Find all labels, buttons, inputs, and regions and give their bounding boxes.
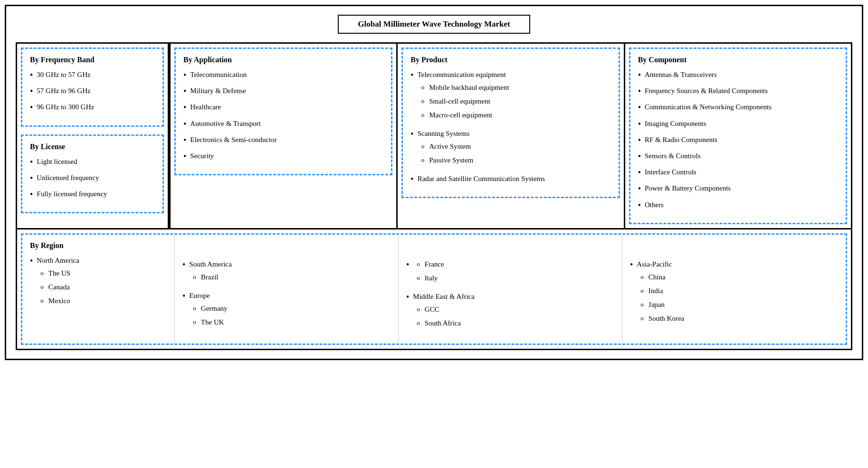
panel-license: By License Light licensed Unlicensed fre… (21, 134, 164, 214)
bottom-section: By Region North America The US Canada Me… (16, 229, 852, 350)
region-col2: South America Brazil Europe Germany The … (174, 235, 398, 344)
sub-list-item: The UK (193, 317, 227, 327)
region-title: By Region (30, 241, 167, 250)
region-col4: Asia-Pacific China India Japan South Kor… (622, 235, 846, 344)
sub-list-item: The US (40, 268, 79, 278)
sub-list-item: Italy (417, 273, 444, 283)
list-item: Telecommunication (183, 70, 383, 81)
list-item: Security (183, 151, 383, 162)
title-bar: Global Millimeter Wave Technology Market (16, 15, 852, 34)
license-title: By License (30, 143, 155, 151)
frequency-band-title: By Frequency Band (30, 56, 155, 64)
sub-list-item: Small-cell equipment (421, 96, 509, 106)
col-application: By Application Telecommunication Militar… (169, 44, 396, 228)
list-item: Radar and Satellite Communication System… (410, 174, 610, 185)
list-item: RF & Radio Components (638, 135, 838, 146)
list-item: 30 GHz to 57 GHz (30, 70, 155, 81)
list-item: France Italy (406, 259, 614, 287)
sub-list-item: Mobile backhaul equipment (421, 83, 509, 93)
panel-product: By Product Telecommunication equipment M… (401, 48, 620, 198)
list-item: Military & Defense (183, 86, 383, 97)
region-col1: By Region North America The US Canada Me… (22, 235, 174, 344)
list-item: Healthcare (183, 102, 383, 114)
panel-component: By Component Antennas & Transceivers Fre… (629, 48, 847, 224)
col-component: By Component Antennas & Transceivers Fre… (624, 44, 851, 228)
sub-list-item: Mexico (40, 296, 79, 306)
sub-list-item: Passive System (421, 155, 473, 165)
application-title: By Application (183, 56, 383, 64)
list-item: Electronics & Semi-conductor (183, 135, 383, 146)
frequency-band-list: 30 GHz to 57 GHz 57 GHz to 96 GHz 96 GHz… (30, 70, 155, 114)
license-list: Light licensed Unlicensed frequency Full… (30, 157, 155, 201)
sub-list-item: Macro-cell equipment (421, 110, 509, 120)
list-item: Antennas & Transceivers (638, 70, 838, 81)
region-south-europe: South America Brazil Europe Germany The … (182, 259, 391, 331)
list-item: Sensors & Controls (638, 151, 838, 162)
list-item: Asia-Pacific China India Japan South Kor… (630, 259, 838, 327)
list-item: 96 GHz to 300 GHz (30, 102, 155, 114)
sub-list-item: Canada (40, 282, 79, 292)
application-list: Telecommunication Military & Defense Hea… (183, 70, 383, 162)
sub-list-item: South Korea (640, 314, 684, 324)
list-item: Imaging Components (638, 119, 838, 130)
sub-list-item: Germany (193, 304, 227, 314)
region-asia-pacific: Asia-Pacific China India Japan South Kor… (630, 259, 838, 327)
sub-list-item: France (417, 259, 444, 269)
product-list: Telecommunication equipment Mobile backh… (410, 70, 610, 185)
col-product: By Product Telecommunication equipment M… (396, 44, 623, 228)
list-item: Others (638, 200, 838, 211)
top-section: By Frequency Band 30 GHz to 57 GHz 57 GH… (16, 42, 852, 229)
col-frequency-license: By Frequency Band 30 GHz to 57 GHz 57 GH… (17, 44, 169, 228)
list-item: Communication & Networking Components (638, 102, 838, 114)
list-item: Power & Battery Components (638, 183, 838, 195)
main-title: Global Millimeter Wave Technology Market (338, 15, 530, 34)
list-item: South America Brazil (182, 259, 391, 286)
list-item: North America The US Canada Mexico (30, 256, 167, 310)
sub-list-item: South Africa (417, 318, 475, 328)
list-item: Frequency Sources & Related Components (638, 86, 838, 97)
component-list: Antennas & Transceivers Frequency Source… (638, 70, 838, 211)
sub-list-item: China (640, 272, 684, 282)
list-item: Telecommunication equipment Mobile backh… (410, 70, 610, 124)
sub-list-item: Brazil (193, 272, 232, 282)
region-col3: France Italy Middle East & Africa GCC So… (398, 235, 622, 344)
list-item: Unlicensed frequency (30, 173, 155, 184)
region-europe-mea: France Italy Middle East & Africa GCC So… (406, 259, 614, 332)
list-item: Light licensed (30, 157, 155, 168)
component-title: By Component (638, 56, 838, 64)
panel-frequency-band: By Frequency Band 30 GHz to 57 GHz 57 GH… (21, 48, 164, 127)
outer-wrapper: Global Millimeter Wave Technology Market… (5, 5, 863, 360)
list-item: Interface Controls (638, 167, 838, 179)
list-item: Fully licensed frequency (30, 189, 155, 201)
region-north-america: North America The US Canada Mexico (30, 256, 167, 310)
list-item: Europe Germany The UK (182, 291, 391, 331)
list-item: Automotive & Transport (183, 119, 383, 130)
list-item: Scanning Systems Active System Passive S… (410, 129, 610, 169)
region-wrapper: By Region North America The US Canada Me… (21, 233, 847, 345)
sub-list-item: India (640, 286, 684, 296)
list-item: Middle East & Africa GCC South Africa (406, 292, 614, 332)
list-item: 57 GHz to 96 GHz (30, 86, 155, 97)
sub-list-item: Japan (640, 300, 684, 310)
sub-list-item: GCC (417, 305, 475, 315)
sub-list-item: Active System (421, 142, 473, 152)
panel-application: By Application Telecommunication Militar… (174, 48, 392, 175)
product-title: By Product (410, 56, 610, 64)
